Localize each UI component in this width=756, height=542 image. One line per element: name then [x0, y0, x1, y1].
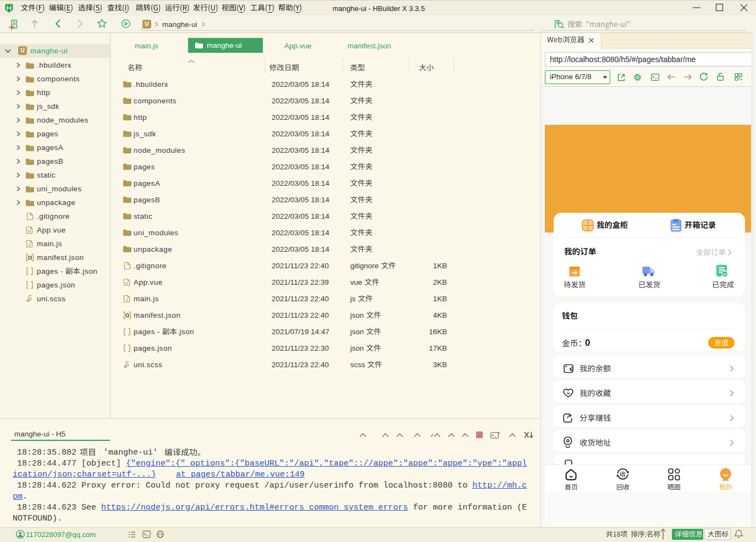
svg-text:V: V — [125, 281, 129, 286]
svg-text:J: J — [125, 297, 128, 302]
svg-text:J: J — [28, 242, 30, 247]
svg-text:V: V — [28, 228, 31, 233]
